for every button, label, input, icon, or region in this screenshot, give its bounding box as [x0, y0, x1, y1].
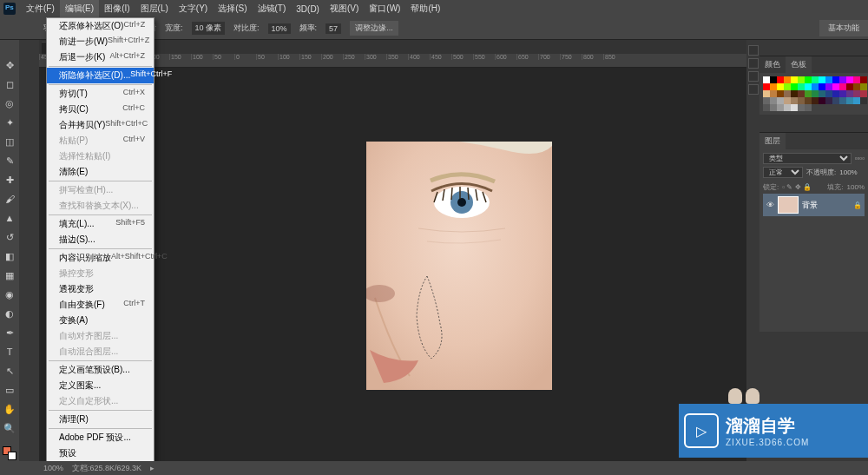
menu-item[interactable]: 清理(R): [47, 412, 154, 427]
menu-item[interactable]: 前进一步(W)Shift+Ctrl+Z: [47, 34, 154, 49]
menu-item[interactable]: 清除(E): [47, 164, 154, 180]
app-logo: [3, 3, 16, 15]
swatch-grid[interactable]: [763, 76, 865, 111]
zoom-level[interactable]: 100%: [43, 464, 63, 472]
blend-mode-select[interactable]: 正常: [763, 167, 803, 178]
menu-item[interactable]: 还原修补选区(O)Ctrl+Z: [47, 18, 154, 34]
mini-tabs: [19, 40, 39, 461]
watermark: ▷ 溜溜自学 ZIXUE.3D66.COM: [679, 404, 868, 458]
type-tool-icon[interactable]: T: [2, 344, 17, 360]
rail-icon[interactable]: [748, 71, 759, 82]
brush-tool-icon[interactable]: 🖌: [2, 191, 17, 207]
lasso-tool-icon[interactable]: ◎: [2, 96, 17, 111]
eraser-tool-icon[interactable]: ◧: [2, 248, 17, 264]
menu-item[interactable]: 内容识别缩放Alt+Shift+Ctrl+C: [47, 250, 154, 266]
watermark-title: 溜溜自学: [726, 414, 809, 438]
menu-item[interactable]: 变换(A): [47, 313, 154, 328]
menu-view[interactable]: 视图(V): [325, 0, 364, 17]
menu-item[interactable]: 操控变形: [47, 266, 154, 281]
freq-label: 频率:: [299, 23, 318, 34]
wand-tool-icon[interactable]: ✦: [2, 115, 17, 130]
menu-filter[interactable]: 滤镜(T): [253, 0, 292, 17]
hand-tool-icon[interactable]: ✋: [2, 401, 17, 417]
history-tool-icon[interactable]: ↺: [2, 229, 17, 245]
freq-value[interactable]: 57: [326, 23, 341, 34]
swatches-tab[interactable]: 色板: [786, 56, 812, 73]
color-swatch[interactable]: [3, 446, 16, 460]
image-content: [366, 142, 552, 390]
menubar: 文件(F) 编辑(E) 图像(I) 图层(L) 文字(Y) 选择(S) 滤镜(T…: [0, 0, 868, 17]
menu-layer[interactable]: 图层(L): [135, 0, 174, 17]
doc-info: 文档:625.8K/629.3K: [72, 463, 141, 474]
workspace-button[interactable]: 基本功能: [819, 20, 868, 36]
menu-item[interactable]: 合并拷贝(Y)Shift+Ctrl+C: [47, 117, 154, 133]
menu-item[interactable]: 定义图案...: [47, 378, 154, 393]
menu-item[interactable]: 剪切(T)Ctrl+X: [47, 86, 154, 102]
menu-item[interactable]: 后退一步(K)Alt+Ctrl+Z: [47, 49, 154, 65]
menu-item[interactable]: 定义自定形状...: [47, 393, 154, 409]
blur-tool-icon[interactable]: ◉: [2, 287, 17, 302]
lock-icon: 🔒: [853, 201, 862, 209]
layers-tab[interactable]: 图层: [760, 133, 786, 149]
lock-icons[interactable]: ▫ ✎ ✥ 🔒: [782, 183, 812, 191]
lock-label: 锁定:: [763, 182, 779, 192]
color-tab[interactable]: 颜色: [760, 56, 786, 73]
fill-value[interactable]: 100%: [847, 183, 865, 191]
artboard: [366, 142, 552, 390]
menu-type[interactable]: 文字(Y): [174, 0, 213, 17]
menu-item[interactable]: 定义画笔预设(B)...: [47, 362, 154, 378]
menu-help[interactable]: 帮助(H): [405, 0, 445, 17]
path-tool-icon[interactable]: ↖: [2, 363, 17, 379]
rail-icon[interactable]: [748, 84, 759, 95]
dodge-tool-icon[interactable]: ◐: [2, 306, 17, 321]
width-value[interactable]: 10 像素: [192, 22, 226, 35]
visibility-icon[interactable]: 👁: [766, 201, 774, 209]
swatches-panel: 颜色 色板: [760, 56, 868, 115]
zoom-tool-icon[interactable]: 🔍: [2, 420, 17, 436]
menu-item[interactable]: 填充(L)...Shift+F5: [47, 216, 154, 232]
menu-item[interactable]: 描边(S)...: [47, 232, 154, 247]
layers-panel: 图层 类型 ▫▫▫▫ 正常 不透明度: 100% 锁定: ▫ ✎ ✥ 🔒 填充:…: [760, 132, 868, 332]
layer-name[interactable]: 背景: [802, 200, 818, 211]
crop-tool-icon[interactable]: ◫: [2, 134, 17, 149]
rail-icon[interactable]: [748, 45, 759, 56]
menu-item[interactable]: Adobe PDF 预设...: [47, 430, 154, 445]
gradient-tool-icon[interactable]: ▦: [2, 267, 17, 283]
svg-point-3: [457, 198, 466, 207]
shape-tool-icon[interactable]: ▭: [2, 382, 17, 398]
menu-item[interactable]: 拼写检查(H)...: [47, 182, 154, 198]
stamp-tool-icon[interactable]: ▲: [2, 210, 17, 226]
menu-item[interactable]: 选择性粘贴(I): [47, 148, 154, 164]
menu-item[interactable]: 自动混合图层...: [47, 344, 154, 360]
menu-item[interactable]: 预设: [47, 445, 154, 461]
menu-3d[interactable]: 3D(D): [291, 2, 325, 16]
menu-item[interactable]: 查找和替换文本(X)...: [47, 198, 154, 214]
menu-image[interactable]: 图像(I): [99, 0, 135, 17]
menu-select[interactable]: 选择(S): [213, 0, 252, 17]
menu-item[interactable]: 自由变换(F)Ctrl+T: [47, 297, 154, 313]
menu-edit[interactable]: 编辑(E): [60, 0, 99, 17]
toolbox: ✥ ◻ ◎ ✦ ◫ ✎ ✚ 🖌 ▲ ↺ ◧ ▦ ◉ ◐ ✒ T ↖ ▭ ✋ 🔍: [0, 40, 19, 461]
layer-kind-select[interactable]: 类型: [763, 153, 852, 164]
menu-item[interactable]: 渐隐修补选区(D)...Shift+Ctrl+F: [47, 68, 154, 83]
width-label: 宽度:: [165, 23, 183, 34]
opacity-value[interactable]: 100%: [839, 168, 857, 176]
contrast-value[interactable]: 10%: [268, 23, 291, 34]
heal-tool-icon[interactable]: ✚: [2, 172, 17, 188]
menu-window[interactable]: 窗口(W): [364, 0, 405, 17]
menu-file[interactable]: 文件(F): [21, 0, 60, 17]
menu-item[interactable]: 透视变形: [47, 281, 154, 297]
play-icon: ▷: [684, 413, 719, 448]
refine-button[interactable]: 调整边缘...: [350, 21, 398, 36]
move-tool-icon[interactable]: ✥: [2, 57, 17, 73]
eyedropper-tool-icon[interactable]: ✎: [2, 153, 17, 168]
menu-item[interactable]: 拷贝(C)Ctrl+C: [47, 102, 154, 117]
menu-item[interactable]: 粘贴(P)Ctrl+V: [47, 133, 154, 148]
rail-icon[interactable]: [748, 58, 759, 69]
menu-item[interactable]: 自动对齐图层...: [47, 328, 154, 344]
layer-row[interactable]: 👁 背景 🔒: [763, 194, 865, 216]
pen-tool-icon[interactable]: ✒: [2, 325, 17, 340]
right-panels: 颜色 色板 图层 类型 ▫▫▫▫ 正常 不透明度: 100% 锁定: ▫ ✎ ✥…: [760, 40, 868, 461]
marquee-tool-icon[interactable]: ◻: [2, 76, 17, 92]
hands-decoration: [728, 388, 760, 404]
